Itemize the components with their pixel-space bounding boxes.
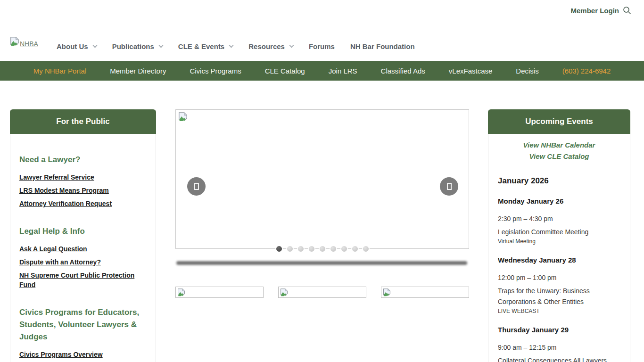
need-a-lawyer-section: Need a Lawyer? Lawyer Referral Service L… [19,154,147,208]
link-public-protection-fund[interactable]: NH Supreme Court Public Protection Fund [19,271,147,289]
nav-decisis[interactable]: Decisis [516,67,538,75]
carousel-prev-button[interactable] [187,177,206,196]
nav-classified-ads[interactable]: Classified Ads [381,67,425,75]
top-utility-bar: Member Login [0,0,644,21]
link-view-cle-catalog[interactable]: View CLE Catalog [498,151,620,162]
carousel-shadow [176,261,467,265]
link-ask-legal-question[interactable]: Ask A Legal Question [19,244,147,254]
event-item: Monday January 26 2:30 pm – 4:30 pm Legi… [498,197,620,245]
event-time: 9:00 am – 12:15 pm [498,344,620,351]
section-heading: Legal Help & Info [19,225,147,238]
nhba-logo[interactable]: NHBA [10,37,38,48]
thumbnail-image-3[interactable] [381,287,469,298]
event-day: Thursday January 29 [498,326,620,334]
carousel-dot-7[interactable] [341,246,347,252]
nav-cle-events[interactable]: CLE & Events [178,42,233,50]
upcoming-events-sidebar: Upcoming Events View NHBar Calendar View… [488,109,630,362]
section-heading: Need a Lawyer? [19,154,147,166]
event-time: 12:00 pm – 1:00 pm [498,274,620,281]
carousel-next-button[interactable] [440,177,458,196]
nav-resources[interactable]: Resources [248,42,293,50]
secondary-navigation-bar: My NHBar Portal Member Directory Civics … [0,61,644,81]
carousel-dots [176,246,469,252]
nav-forums[interactable]: Forums [309,42,335,50]
event-location: LIVE WEBCAST [498,308,620,314]
main-navigation: About Us Publications CLE & Events Resou… [57,42,415,50]
event-location: Virtual Meeting [498,238,620,245]
carousel-dot-4[interactable] [309,246,314,252]
search-icon[interactable] [623,6,631,15]
carousel-dot-8[interactable] [352,246,358,252]
broken-image-icon [10,37,19,48]
event-day: Wednesday January 28 [498,256,620,264]
section-heading: Civics Programs for Educators, Students,… [19,306,147,343]
phone-number-link[interactable]: (603) 224-6942 [562,67,611,75]
calendar-links: View NHBar Calendar View CLE Catalog [498,140,620,162]
link-view-nhbar-calendar[interactable]: View NHBar Calendar [498,140,620,151]
next-glyph [447,183,452,190]
link-attorney-verification[interactable]: Attorney Verification Request [19,199,147,208]
thumbnail-image-1[interactable] [175,287,264,298]
events-month-heading: January 2026 [498,176,620,186]
carousel-dot-5[interactable] [320,246,325,252]
chevron-down-icon [92,43,97,48]
chevron-down-icon [229,43,234,48]
nav-about-us[interactable]: About Us [57,42,97,50]
chevron-down-icon [289,43,294,48]
event-title[interactable]: Legislation Committee Meeting [498,227,620,238]
event-title[interactable]: Collateral Consequences All Lawyers [498,355,620,362]
chevron-down-icon [158,43,163,48]
civics-programs-section: Civics Programs for Educators, Students,… [19,306,147,359]
link-lrs-modest-means[interactable]: LRS Modest Means Program [19,186,147,195]
carousel-dot-1[interactable] [276,246,282,252]
thumbnail-image-2[interactable] [278,287,366,298]
event-item: Wednesday January 28 12:00 pm – 1:00 pm … [498,256,620,314]
broken-image-icon [178,112,188,123]
nav-civics-programs[interactable]: Civics Programs [190,67,241,75]
link-lawyer-referral-service[interactable]: Lawyer Referral Service [19,173,147,182]
sidebar-body: Need a Lawyer? Lawyer Referral Service L… [10,134,156,362]
nav-cle-catalog[interactable]: CLE Catalog [265,67,305,75]
event-time: 2:30 pm – 4:30 pm [498,215,620,222]
carousel-dot-3[interactable] [298,246,304,252]
site-header: NHBA About Us Publications CLE & Events … [0,21,644,61]
nav-publications[interactable]: Publications [112,42,163,50]
homepage-carousel [175,109,469,249]
carousel-dot-6[interactable] [330,246,336,252]
sidebar-body: View NHBar Calendar View CLE Catalog Jan… [488,134,630,362]
for-the-public-sidebar: For the Public Need a Lawyer? Lawyer Ref… [10,109,156,362]
link-civics-programs-overview[interactable]: Civics Programs Overview [19,350,147,359]
broken-image-icon [280,288,288,298]
sidebar-title: Upcoming Events [488,109,630,134]
prev-glyph [194,183,199,190]
nav-join-lrs[interactable]: Join LRS [329,67,357,75]
event-title[interactable]: Traps for the Unwary: Business Corporati… [498,286,620,307]
logo-alt-text: NHBA [20,40,38,48]
event-day: Monday January 26 [498,197,620,205]
broken-image-icon [383,288,391,298]
carousel-dot-9[interactable] [363,246,369,252]
nav-member-directory[interactable]: Member Directory [110,67,166,75]
event-item: Thursday January 29 9:00 am – 12:15 pm C… [498,326,620,362]
sidebar-title: For the Public [10,109,156,134]
nav-my-nhbar-portal[interactable]: My NHBar Portal [33,67,87,75]
legal-help-section: Legal Help & Info Ask A Legal Question D… [19,225,147,289]
member-login-link[interactable]: Member Login [570,7,619,15]
broken-image-icon [177,288,185,298]
nav-nh-bar-foundation[interactable]: NH Bar Foundation [350,42,415,50]
carousel-dot-2[interactable] [287,246,293,252]
nhba-homepage: Member Login NHBA About Us Publications … [0,0,644,362]
nav-vlexfastcase[interactable]: vLexFastcase [449,67,493,75]
link-dispute-with-attorney[interactable]: Dispute with an Attorney? [19,257,147,267]
